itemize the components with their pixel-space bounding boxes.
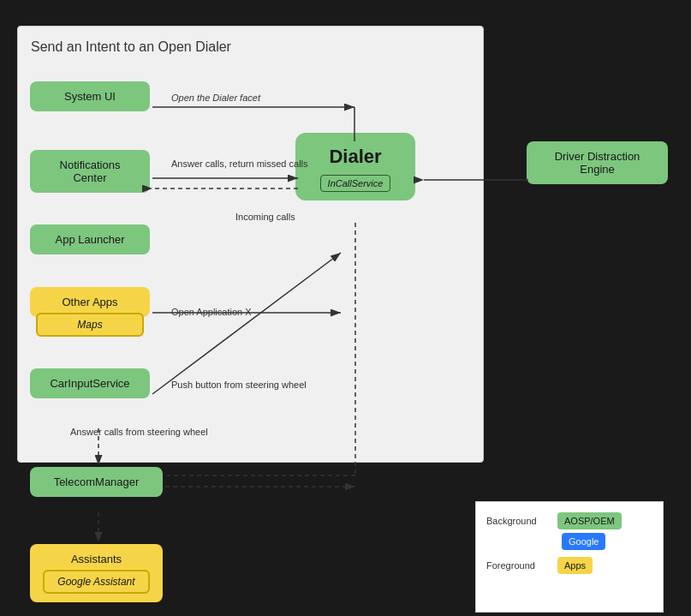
legend-apps-badge: Apps <box>557 557 593 574</box>
carinputservice-box: CarInputService <box>30 368 150 398</box>
legend-google-row: Google <box>562 533 652 550</box>
google-assistant-badge: Google Assistant <box>43 570 149 594</box>
assistants-title: Assistants <box>43 553 150 565</box>
app-launcher-box: App Launcher <box>30 224 150 254</box>
annotation-open-app: Open Application X <box>171 307 252 317</box>
annotation-answer-calls: Answer calls, return missed calls <box>171 158 308 169</box>
diagram-title: Send an Intent to an Open Dialer <box>31 39 470 55</box>
annotation-open-dialer: Open the Dialer facet <box>171 93 260 103</box>
annotation-push-button: Push button from steering wheel <box>171 380 307 390</box>
legend-foreground-label: Foreground <box>486 560 551 571</box>
incallservice-badge: InCallService <box>320 175 391 192</box>
telecom-manager-box: TelecomManager <box>30 467 163 497</box>
legend-google-badge: Google <box>562 533 605 550</box>
assistants-box: Assistants Google Assistant <box>30 544 163 602</box>
legend-box: Background AOSP/OEM Google Foreground Ap… <box>475 501 664 613</box>
annotation-answer-steering: Answer calls from steering wheel <box>70 427 208 437</box>
legend-background-row: Background AOSP/OEM <box>486 512 652 529</box>
dialer-title: Dialer <box>308 146 402 168</box>
legend-background-label: Background <box>486 516 551 526</box>
driver-distraction-box: Driver Distraction Engine <box>527 141 668 184</box>
notifications-center-box: Notifications Center <box>30 150 150 193</box>
annotation-incoming-calls: Incoming calls <box>235 212 295 222</box>
system-ui-box: System UI <box>30 81 150 111</box>
maps-box: Maps <box>36 313 144 337</box>
dialer-box: Dialer InCallService <box>295 133 415 200</box>
legend-aosp-badge: AOSP/OEM <box>557 512 622 529</box>
legend-foreground-row: Foreground Apps <box>486 557 652 574</box>
